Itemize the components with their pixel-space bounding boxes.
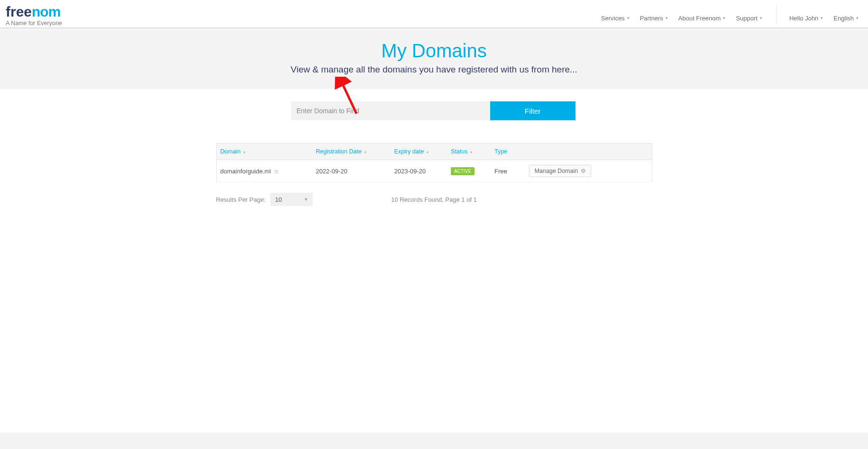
results-per-page: Results Per Page: 10 ▼ xyxy=(216,193,313,206)
nav-divider xyxy=(777,6,777,25)
table-header-row: Domain ♦ Registration Date ♦ Expiry date… xyxy=(216,144,652,160)
col-domain[interactable]: Domain ♦ xyxy=(216,144,312,160)
cell-reg: 2022-09-20 xyxy=(312,160,390,182)
gear-icon: ⚙ xyxy=(581,168,586,174)
cell-type: Free xyxy=(491,160,526,182)
chevron-down-icon: ▾ xyxy=(723,16,725,20)
page-title: My Domains xyxy=(0,40,868,62)
chevron-down-icon: ▾ xyxy=(856,16,859,20)
logo-free: free xyxy=(6,4,32,19)
records-summary: 10 Records Found, Page 1 of 1 xyxy=(391,196,477,203)
logo-text: freenom xyxy=(6,5,62,19)
caret-down-icon: ▼ xyxy=(304,197,308,202)
logo-tagline: A Name for Everyone xyxy=(6,20,62,27)
chevron-down-icon: ▾ xyxy=(627,16,630,20)
nav-user[interactable]: Hello John▾ xyxy=(789,15,823,22)
top-bar: freenom A Name for Everyone Services▾ Pa… xyxy=(0,0,868,28)
cell-domain: domainforguide.ml ⧉ xyxy=(216,160,312,182)
domain-name[interactable]: domainforguide.ml xyxy=(220,168,271,175)
rpp-select[interactable]: 10 ▼ xyxy=(270,193,313,206)
content: Filter Domain ♦ Registration Date ♦ Expi… xyxy=(216,89,652,206)
col-reg[interactable]: Registration Date ♦ xyxy=(312,144,390,160)
logo-nom: nom xyxy=(32,4,60,19)
cell-exp: 2023-09-20 xyxy=(391,160,447,182)
page-subtitle: View & manage all the domains you have r… xyxy=(0,64,868,75)
cell-status: ACTIVE xyxy=(447,160,491,182)
chevron-down-icon: ▾ xyxy=(666,16,668,20)
domain-search-input[interactable] xyxy=(291,101,490,120)
cell-action: Manage Domain ⚙ xyxy=(525,160,652,182)
domains-table: Domain ♦ Registration Date ♦ Expiry date… xyxy=(216,143,652,182)
main-nav: Services▾ Partners▾ About Freenom▾ Suppo… xyxy=(601,5,859,27)
col-action xyxy=(525,144,652,160)
nav-language[interactable]: English▾ xyxy=(833,15,859,22)
sort-icon: ♦ xyxy=(427,150,429,154)
nav-about[interactable]: About Freenom▾ xyxy=(678,15,726,22)
filter-row: Filter xyxy=(291,101,652,120)
external-link-icon[interactable]: ⧉ xyxy=(274,169,278,174)
table-row: domainforguide.ml ⧉ 2022-09-20 2023-09-2… xyxy=(216,160,652,182)
rpp-label: Results Per Page: xyxy=(216,196,266,203)
chevron-down-icon: ▾ xyxy=(821,16,823,20)
logo[interactable]: freenom A Name for Everyone xyxy=(6,5,62,27)
sort-icon: ♦ xyxy=(470,150,473,154)
filter-button[interactable]: Filter xyxy=(490,101,576,120)
col-type: Type xyxy=(491,144,526,160)
nav-partners[interactable]: Partners▾ xyxy=(640,15,668,22)
table-footer: Results Per Page: 10 ▼ 10 Records Found,… xyxy=(216,193,652,206)
status-badge: ACTIVE xyxy=(451,167,475,175)
nav-services[interactable]: Services▾ xyxy=(601,15,630,22)
sort-icon: ♦ xyxy=(243,150,246,154)
sort-icon: ♦ xyxy=(364,150,366,154)
title-band: My Domains View & manage all the domains… xyxy=(0,28,868,89)
col-exp[interactable]: Expiry date ♦ xyxy=(391,144,447,160)
manage-domain-button[interactable]: Manage Domain ⚙ xyxy=(529,165,591,177)
col-status[interactable]: Status ♦ xyxy=(447,144,491,160)
chevron-down-icon: ▾ xyxy=(760,16,762,20)
nav-support[interactable]: Support▾ xyxy=(736,15,762,22)
